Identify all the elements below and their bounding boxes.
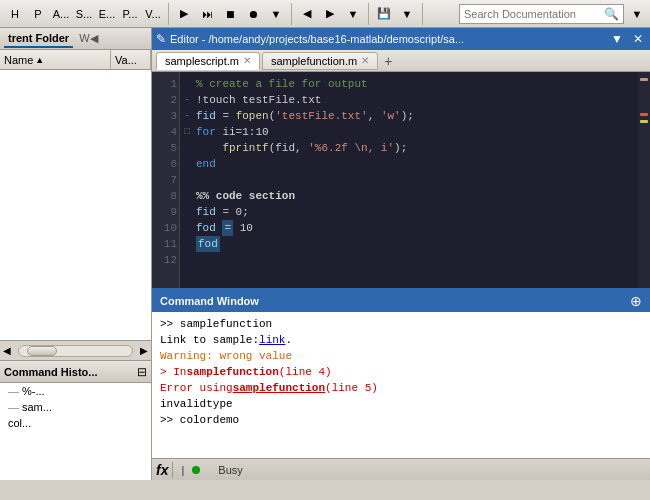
tab-samplescript[interactable]: samplescript.m ✕ (156, 52, 260, 70)
nav-back[interactable]: ◀ (296, 3, 318, 25)
search-icon[interactable]: 🔍 (604, 7, 619, 21)
toolbar-btn-v[interactable]: V... (142, 3, 164, 25)
cmd-line-6: invalid type (160, 396, 642, 412)
cmd-link[interactable]: link (259, 332, 285, 348)
toolbar-btn-e[interactable]: E... (96, 3, 118, 25)
editor-minimize-btn[interactable]: ▼ (608, 32, 626, 46)
cmd-history-header: Command Histo... ⊟ (0, 361, 151, 383)
cmd-line-4: > In samplefunction (line 4) (160, 364, 642, 380)
fold-10 (184, 220, 194, 236)
tab-samplescript-close[interactable]: ✕ (243, 55, 251, 66)
cmd-window-title: Command Window (160, 295, 259, 307)
toolbar-btn-s[interactable]: S... (73, 3, 95, 25)
toolbar-btn-h[interactable]: H (4, 3, 26, 25)
tab-add-button[interactable]: + (384, 53, 392, 69)
scroll-right-arrow[interactable]: ▶ (137, 345, 151, 356)
cmd-line-1: >> samplefunction (160, 316, 642, 332)
scroll-track[interactable] (18, 345, 133, 357)
minimap-mark-2 (640, 113, 648, 116)
editor-title: Editor - /home/andy/projects/base16-matl… (170, 33, 604, 45)
nav-more[interactable]: ▼ (342, 3, 364, 25)
minimap-mark-1 (640, 78, 648, 81)
fold-5 (184, 140, 194, 156)
code-line-5: fprintf (fid, '%6.2f \n, i' ); (184, 140, 634, 156)
tab-samplescript-label: samplescript.m (165, 55, 239, 67)
error-link[interactable]: samplefunction (233, 380, 325, 396)
file-list-header: Name ▲ Va... (0, 50, 151, 70)
toolbar-btn-p[interactable]: P (27, 3, 49, 25)
save-more[interactable]: ▼ (396, 3, 418, 25)
fold-9 (184, 204, 194, 220)
minimap-mark-3 (640, 120, 648, 123)
code-line-11: fod (184, 236, 634, 252)
fold-7 (184, 172, 194, 188)
code-editor: 1 2 3 4 5 6 7 8 9 10 11 12 (152, 72, 650, 288)
fold-1 (184, 76, 194, 92)
editor-close-btn[interactable]: ✕ (630, 32, 646, 46)
cmd-history-expand-icon[interactable]: ⊟ (137, 365, 147, 379)
code-line-12 (184, 252, 634, 268)
save-btn[interactable]: 💾 (373, 3, 395, 25)
fold-12 (184, 252, 194, 268)
editor-tabs: samplescript.m ✕ samplefunction.m ✕ + (152, 50, 650, 72)
code-line-10: fod = 10 (184, 220, 634, 236)
search-box: 🔍 (459, 4, 624, 24)
cmd-history-panel: Command Histo... ⊟ —%-... —sam... col... (0, 360, 151, 480)
more-btn[interactable]: ▼ (265, 3, 287, 25)
cmd-output: >> samplefunction Link to sample: link .… (152, 312, 650, 458)
tab-samplefunction-close[interactable]: ✕ (361, 55, 369, 66)
status-bar: fx | Busy (152, 458, 650, 480)
filter-button[interactable]: ▼ (628, 5, 646, 23)
editor-icon: ✎ (156, 32, 166, 46)
cmd-window-expand-icon[interactable]: ⊕ (630, 293, 642, 309)
fx-label: fx (156, 462, 173, 478)
run-button[interactable]: ▶ (173, 3, 195, 25)
toolbar-group-save: 💾 ▼ (373, 3, 423, 25)
line-numbers: 1 2 3 4 5 6 7 8 9 10 11 12 (152, 72, 180, 288)
code-line-1: % create a file for output (184, 76, 634, 92)
fold-3: - (184, 108, 194, 124)
code-line-7 (184, 172, 634, 188)
cmd-window: Command Window ⊕ >> samplefunction Link … (152, 288, 650, 458)
search-input[interactable] (464, 8, 604, 20)
main-toolbar: H P A... S... E... P... V... ▶ ⏭ ⏹ ⏺ ▼ ◀… (0, 0, 650, 28)
nav-fwd[interactable]: ▶ (319, 3, 341, 25)
history-item-1[interactable]: —sam... (0, 399, 151, 415)
cmd-line-7: >> colordemo (160, 412, 642, 428)
sort-arrow-icon: ▲ (35, 55, 44, 65)
history-item-2[interactable]: col... (0, 415, 151, 431)
editor-minimap[interactable] (638, 72, 650, 288)
folder-tab-workspace[interactable]: W◀ (75, 30, 101, 47)
cmd-window-header: Command Window ⊕ (152, 290, 650, 312)
toolbar-group-1: H P A... S... E... P... V... (4, 3, 169, 25)
code-content[interactable]: % create a file for output - !touch test… (180, 72, 638, 288)
toolbar-btn-a[interactable]: A... (50, 3, 72, 25)
col-header-name[interactable]: Name ▲ (0, 50, 111, 69)
toolbar-group-run: ▶ ⏭ ⏹ ⏺ ▼ (173, 3, 292, 25)
scroll-thumb[interactable] (27, 346, 57, 356)
debug-button[interactable]: ⏺ (242, 3, 264, 25)
scroll-left-arrow[interactable]: ◀ (0, 345, 14, 356)
code-line-8: %% code section (184, 188, 634, 204)
fold-4: □ (184, 124, 194, 140)
fold-11 (184, 236, 194, 252)
left-panel: trent Folder W◀ Name ▲ Va... ◀ ▶ (0, 28, 152, 480)
toolbar-btn-p2[interactable]: P... (119, 3, 141, 25)
code-line-3: - fid = fopen ( 'testFile.txt' , 'w' ); (184, 108, 634, 124)
main-layout: trent Folder W◀ Name ▲ Va... ◀ ▶ (0, 28, 650, 480)
folder-header: trent Folder W◀ (0, 28, 151, 50)
history-item-0[interactable]: —%-... (0, 383, 151, 399)
editor-titlebar: ✎ Editor - /home/andy/projects/base16-ma… (152, 28, 650, 50)
right-panel: ✎ Editor - /home/andy/projects/base16-ma… (152, 28, 650, 480)
file-list (0, 70, 151, 340)
tab-samplefunction[interactable]: samplefunction.m ✕ (262, 52, 378, 70)
stop-button[interactable]: ⏹ (219, 3, 241, 25)
fold-8 (184, 188, 194, 204)
editor-section: ✎ Editor - /home/andy/projects/base16-ma… (152, 28, 650, 288)
toolbar-group-nav: ◀ ▶ ▼ (296, 3, 369, 25)
cmd-line-2: Link to sample: link . (160, 332, 642, 348)
step-button[interactable]: ⏭ (196, 3, 218, 25)
col-header-val[interactable]: Va... (111, 50, 151, 69)
fold-2: - (184, 92, 194, 108)
folder-tab-current[interactable]: trent Folder (4, 30, 73, 48)
